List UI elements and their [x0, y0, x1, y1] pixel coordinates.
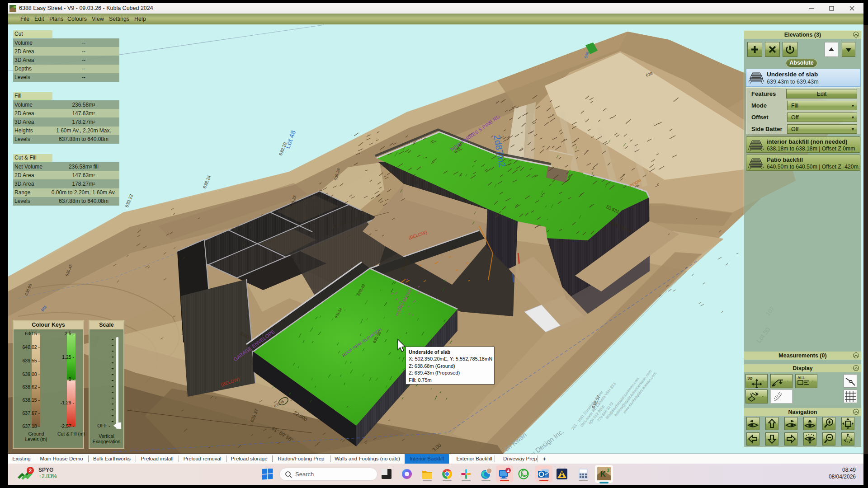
- svg-text:2: 2: [29, 468, 32, 473]
- svg-text:ˇ: ˇ: [762, 395, 764, 400]
- svg-text:ˇ: ˇ: [787, 380, 788, 385]
- svg-text:ˇ: ˇ: [812, 380, 813, 385]
- svg-text:3D: 3D: [747, 376, 753, 380]
- svg-text:ALL: ALL: [797, 375, 805, 380]
- svg-text:4: 4: [507, 469, 509, 473]
- svg-text:ˇ: ˇ: [762, 380, 764, 385]
- svg-text:3: 3: [607, 468, 609, 473]
- svg-text:K: K: [600, 470, 606, 479]
